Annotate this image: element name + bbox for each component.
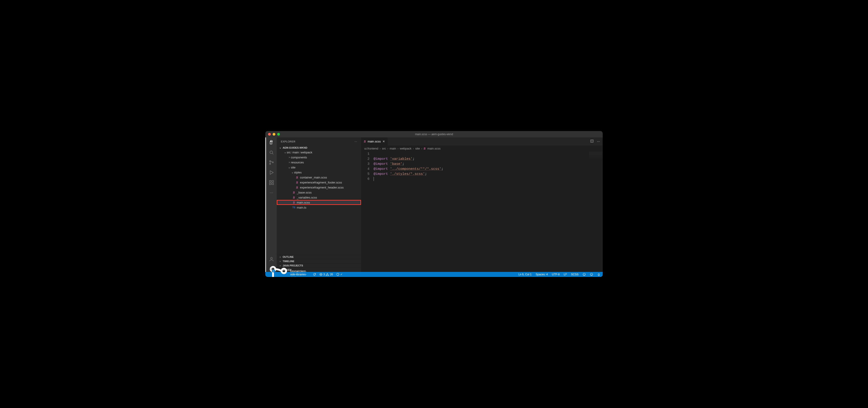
run-debug-icon[interactable] [269,170,274,175]
tree-folder-styles[interactable]: ⌄styles [277,170,361,175]
tree-file-base-scss[interactable]: S_base.scss [277,190,361,195]
eol-status[interactable]: LF [564,273,567,276]
chevron-right-icon: › [288,156,291,159]
explorer-label: EXPLORER [281,140,296,143]
tree-file-container-main[interactable]: Scontainer_main.scss [277,175,361,180]
cursor-position-status[interactable]: Ln 6, Col 1 [518,273,532,276]
scss-file-icon: S [292,196,296,199]
accounts-icon[interactable] [269,256,274,262]
sync-status[interactable] [313,273,316,276]
chevron-right-icon: › [279,260,282,262]
scss-file-icon: S [364,140,366,143]
project-name: AEM-GUIDES-WKND [283,146,307,149]
svg-point-8 [271,257,272,259]
close-tab-icon[interactable]: ✕ [382,140,385,143]
tree-folder-site[interactable]: ⌄site [277,165,361,170]
activity-bar: ··· 1 [265,137,277,272]
feedback-tweet-icon[interactable] [590,273,593,276]
breadcrumb[interactable]: ui.frontend› src› main› webpack› site› S… [361,146,603,152]
ts-file-icon: TS [292,206,296,209]
svg-rect-5 [270,183,271,185]
trust-status[interactable]: ✓ [336,273,343,276]
problems-status[interactable]: 3 26 [319,273,333,276]
chevron-down-icon: ⌄ [279,146,282,149]
editor-more-icon[interactable]: ··· [597,139,600,144]
manage-badge: 1 [272,270,275,272]
editor-tabs: S main.scss ✕ ··· [361,137,603,146]
search-icon[interactable] [269,150,274,155]
tab-main-scss[interactable]: S main.scss ✕ [361,137,388,146]
tree-file-variables-scss[interactable]: S_variables.scss [277,195,361,200]
language-mode-status[interactable]: SCSS [571,273,579,276]
editor-area: S main.scss ✕ ··· ui.frontend› src› main… [361,137,603,272]
encoding-status[interactable]: UTF-8 [552,273,560,276]
more-icon[interactable]: ··· [269,190,274,195]
main-area: ··· 1 EXPLORER ··· ⌄ AEM-GUIDES-WKND ⌄ [265,137,603,272]
code-content[interactable]: @import 'variables'; @import 'base'; @im… [374,152,603,272]
scss-file-icon: S [424,147,426,150]
extensions-icon[interactable] [269,180,274,185]
chevron-right-icon: › [288,161,291,164]
scss-file-icon: S [292,201,296,204]
tree-file-expfrag-footer[interactable]: Sexperiencefragment_footer.scss [277,180,361,185]
svg-point-13 [281,269,286,273]
svg-point-16 [590,273,593,276]
status-bar: tutorial/client-side-libraries-start 3 2… [265,272,603,277]
svg-rect-4 [270,181,271,182]
svg-point-15 [583,273,586,276]
sidebar: EXPLORER ··· ⌄ AEM-GUIDES-WKND ⌄ src/ ma… [277,137,361,272]
chevron-right-icon: › [279,255,282,258]
explorer-icon[interactable] [269,140,274,145]
tree-file-expfrag-header[interactable]: Sexperiencefragment_header.scss [277,185,361,190]
split-editor-icon[interactable] [590,139,594,144]
svg-point-3 [272,162,273,163]
minimap[interactable] [589,152,603,161]
tree-file-main-scss[interactable]: Smain.scss [277,200,361,205]
svg-point-0 [270,151,273,154]
line-number-gutter: 1 2 3 4 5 6 [361,152,374,272]
feedback-smiley-icon[interactable] [583,273,586,276]
code-editor[interactable]: 1 2 3 4 5 6 @import 'variables'; @import… [361,152,603,272]
notifications-bell-icon[interactable] [597,273,600,276]
chevron-down-icon: ⌄ [291,171,294,174]
scss-file-icon: S [295,181,299,184]
tree-folder-src-main-webpack[interactable]: ⌄ src/ main/ webpack [277,150,361,155]
window-title: main.scss — aem-guides-wknd [265,133,603,136]
manage-gear-icon[interactable]: 1 [269,266,274,272]
svg-point-1 [270,161,271,162]
sidebar-more-icon[interactable]: ··· [354,140,357,143]
outline-section[interactable]: ›OUTLINE [277,255,361,259]
titlebar[interactable]: main.scss — aem-guides-wknd [265,131,603,137]
svg-rect-7 [272,181,274,182]
chevron-down-icon: ⌄ [284,151,287,154]
scss-file-icon: S [295,176,299,179]
editor-actions: ··· [590,137,603,146]
svg-rect-6 [272,183,274,185]
chevron-down-icon: ⌄ [288,166,291,169]
tree-file-main-ts[interactable]: TSmain.ts [277,205,361,210]
svg-point-2 [270,163,271,164]
tree-folder-resources[interactable]: ›resources [277,160,361,165]
project-section-header[interactable]: ⌄ AEM-GUIDES-WKND [277,146,361,150]
sidebar-header: EXPLORER ··· [277,137,361,146]
scss-file-icon: S [292,191,296,194]
vscode-window: main.scss — aem-guides-wknd ··· [265,131,603,277]
indentation-status[interactable]: Spaces: 4 [536,273,548,276]
file-tree: ⌄ src/ main/ webpack ›components ›resour… [277,150,361,255]
timeline-section[interactable]: ›TIMELINE [277,259,361,263]
source-control-icon[interactable] [269,160,274,165]
tab-label: main.scss [368,140,381,143]
svg-point-9 [271,269,272,270]
scss-file-icon: S [295,186,299,189]
tree-folder-components[interactable]: ›components [277,155,361,160]
